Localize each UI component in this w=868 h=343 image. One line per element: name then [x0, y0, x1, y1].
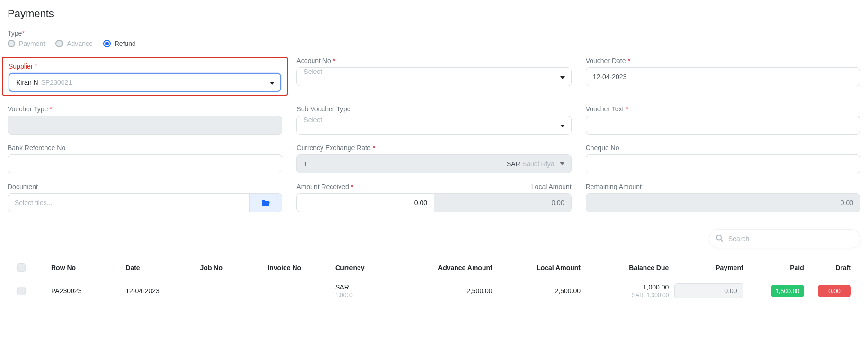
col-rowno: Row No	[51, 264, 120, 271]
page-title: Payments	[8, 8, 860, 20]
vouchertext-field[interactable]	[586, 116, 860, 135]
supplier-name: Kiran N	[16, 79, 38, 86]
supplier-select[interactable]: Kiran N SP230021	[9, 73, 281, 92]
search-box	[709, 229, 860, 248]
results-table: Row No Date Job No Invoice No Currency A…	[8, 258, 860, 304]
form-grid: Supplier * Kiran N SP230021 Account No *…	[8, 57, 860, 212]
col-advanceamount: Advance Amount	[410, 264, 492, 271]
document-picker[interactable]: Select files...	[8, 193, 282, 212]
col-localamount: Local Amount	[498, 264, 581, 271]
svg-line-1	[721, 240, 723, 242]
col-paid: Paid	[749, 264, 804, 271]
exchangerate-value[interactable]: 1	[296, 154, 500, 173]
document-label: Document	[8, 183, 282, 190]
cell-draft: 0.00	[810, 285, 851, 297]
bankref-label: Bank Reference No	[8, 144, 282, 152]
chequeno-label: Cheque No	[586, 144, 860, 152]
radio-payment[interactable]: Payment	[8, 40, 45, 47]
draft-badge: 0.00	[818, 285, 851, 297]
cell-paid: 1,500.00	[749, 285, 804, 297]
radio-label-payment: Payment	[19, 40, 45, 47]
supplier-highlight-box: Supplier * Kiran N SP230021	[2, 57, 288, 96]
bankref-field[interactable]	[8, 154, 282, 173]
svg-point-0	[716, 235, 721, 240]
col-jobno: Job No	[200, 264, 262, 271]
document-placeholder: Select files...	[8, 193, 249, 212]
select-all-checkbox[interactable]	[17, 263, 26, 272]
remaining-field: 0.00	[586, 193, 860, 212]
col-currency: Currency	[335, 264, 404, 271]
radio-icon-advance	[55, 40, 63, 47]
radio-icon-refund	[103, 40, 111, 47]
col-date: Date	[125, 264, 194, 271]
search-input[interactable]	[709, 229, 860, 248]
cell-date: 12-04-2023	[125, 287, 194, 295]
col-invoiceno: Invoice No	[268, 264, 330, 271]
radio-icon-payment	[8, 40, 15, 47]
paid-badge: 1,500.00	[771, 285, 804, 297]
col-draft: Draft	[810, 264, 851, 271]
localamount-field: 0.00	[434, 193, 572, 212]
exchangerate-currency[interactable]: SAR Saudi Riyal	[500, 154, 572, 173]
voucherdate-label: Voucher Date *	[586, 57, 860, 64]
subvouchertype-select[interactable]: Select	[296, 116, 571, 135]
amountreceived-field[interactable]: 0.00	[296, 193, 434, 212]
cell-localamount: 2,500.00	[498, 287, 581, 295]
amount-received-group: 0.00 0.00	[296, 193, 571, 212]
cell-currency: SAR 1.0000	[335, 283, 404, 298]
caret-down-icon	[560, 162, 564, 165]
exchangerate-label: Currency Exchange Rate *	[296, 144, 571, 152]
subvouchertype-label: Sub Voucher Type	[296, 105, 571, 113]
cell-balancedue-sub: SAR: 1,000.00	[586, 292, 669, 298]
supplier-label: Supplier *	[9, 63, 281, 70]
radio-label-advance: Advance	[67, 40, 92, 47]
cell-payment: 0.00	[674, 283, 743, 298]
vouchertype-field[interactable]	[8, 116, 282, 135]
type-label: Type*	[8, 29, 860, 37]
cell-advanceamount: 2,500.00	[410, 287, 492, 295]
radio-advance[interactable]: Advance	[55, 40, 92, 47]
table-row: PA230023 12-04-2023 SAR 1.0000 2,500.00 …	[8, 278, 860, 304]
accountno-label: Account No *	[296, 57, 571, 64]
table-header: Row No Date Job No Invoice No Currency A…	[8, 258, 860, 278]
cell-currency-rate: 1.0000	[335, 292, 404, 298]
row-checkbox[interactable]	[17, 287, 26, 295]
col-balancedue: Balance Due	[586, 264, 669, 271]
chequeno-field[interactable]	[586, 154, 860, 173]
search-icon	[716, 235, 723, 244]
amountreceived-label: Amount Received *	[296, 183, 353, 190]
supplier-code: SP230021	[41, 79, 72, 86]
radio-label-refund: Refund	[115, 40, 136, 47]
vouchertype-label: Voucher Type *	[8, 105, 282, 113]
cell-rowno: PA230023	[51, 287, 120, 295]
payment-input[interactable]: 0.00	[674, 283, 743, 298]
remaining-label: Remaining Amount	[586, 183, 860, 190]
type-radio-group: Payment Advance Refund	[8, 40, 860, 47]
folder-open-icon[interactable]	[249, 193, 282, 212]
col-payment: Payment	[674, 264, 743, 271]
voucherdate-field[interactable]	[586, 67, 860, 86]
accountno-select[interactable]: Select	[296, 67, 571, 86]
radio-refund[interactable]: Refund	[103, 40, 136, 47]
exchangerate-group: 1 SAR Saudi Riyal	[296, 154, 571, 173]
vouchertext-label: Voucher Text *	[586, 105, 860, 113]
localamount-label: Local Amount	[531, 183, 572, 190]
cell-balancedue: 1,000.00 SAR: 1,000.00	[586, 283, 669, 298]
